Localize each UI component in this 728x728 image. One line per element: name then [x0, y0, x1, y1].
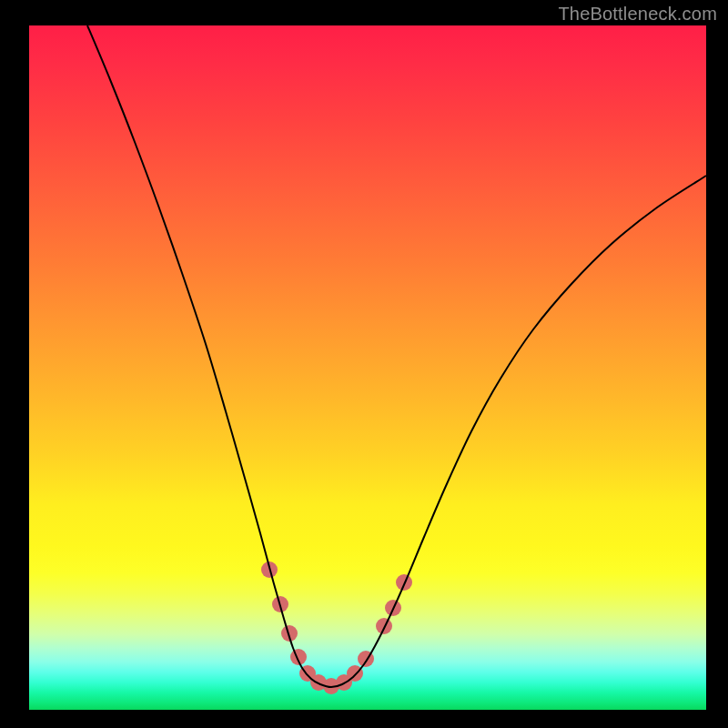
chart-frame: TheBottleneck.com — [0, 0, 728, 728]
bottleneck-curve — [87, 25, 706, 687]
highlight-dots — [261, 561, 412, 694]
plot-area — [29, 25, 706, 710]
watermark-text: TheBottleneck.com — [558, 4, 717, 25]
highlight-dot — [376, 618, 392, 634]
highlight-dot — [396, 574, 412, 591]
curve-svg — [29, 25, 706, 710]
